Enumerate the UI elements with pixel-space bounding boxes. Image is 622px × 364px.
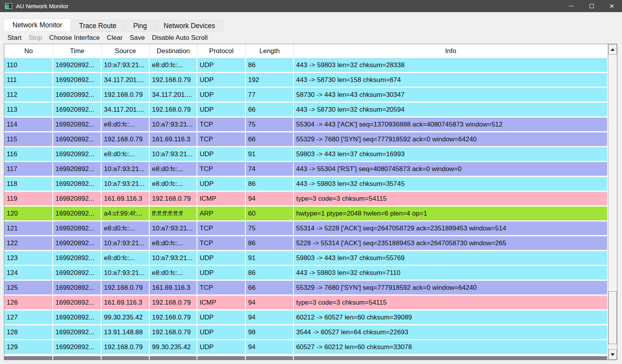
cell-no: 127: [4, 310, 53, 325]
partial-next-row: [4, 355, 608, 360]
cell-no: 125: [4, 281, 53, 296]
packet-row[interactable]: 128 169920892... 13.91.148.88 192.168.0.…: [4, 325, 608, 340]
column-header-source[interactable]: Source: [102, 44, 150, 58]
cell-info: 443 -> 59803 len=32 chksum=7110: [294, 266, 608, 281]
packet-row[interactable]: 110 169920892... 10:a7:93:21... e8:d0:fc…: [4, 58, 608, 73]
cell-source: 192.168.0.79: [102, 340, 150, 355]
window-controls: ✕: [561, 0, 622, 12]
maximize-button[interactable]: [581, 0, 602, 12]
cell-source: 161.69.116.3: [102, 192, 150, 207]
packet-row[interactable]: 126 169920892... 161.69.116.3 192.168.0.…: [4, 296, 608, 310]
cell-no: 122: [4, 236, 53, 251]
tab-network-devices[interactable]: Network Devices: [156, 20, 223, 32]
cell-no: 112: [4, 88, 53, 103]
cell-protocol: TCP: [197, 236, 246, 251]
cell-source: e8:d0:fc:...: [102, 221, 150, 236]
packet-row[interactable]: 122 169920892... 10:a7:93:21... e8:d0:fc…: [4, 236, 608, 251]
packet-row[interactable]: 115 169920892... 192.168.0.79 161.69.116…: [4, 132, 608, 147]
cell-info: 59803 -> 443 len=37 chksum=55769: [294, 251, 608, 266]
cell-time: 169920892...: [53, 236, 102, 251]
menu-start[interactable]: Start: [4, 34, 25, 42]
cell-info: type=3 code=3 chksum=54115: [294, 296, 608, 310]
cell-protocol: TCP: [197, 118, 246, 132]
cell-destination: 192.168.0.79: [150, 103, 197, 118]
menu-disable-auto-scroll[interactable]: Disable Auto Scroll: [148, 34, 211, 42]
cell-length: 94: [246, 310, 294, 325]
partial-cell: [53, 356, 102, 360]
menu-choose-interface[interactable]: Choose Interface: [46, 34, 103, 42]
cell-no: 121: [4, 221, 53, 236]
packet-row[interactable]: 127 169920892... 99.30.235.42 192.168.0.…: [4, 310, 608, 325]
cell-length: 86: [246, 177, 294, 192]
packet-row[interactable]: 116 169920892... e8:d0:fc:... 10:a7:93:2…: [4, 147, 608, 162]
cell-info: 443 -> 55304 ['RST'] seq=4080745873 ack=…: [294, 162, 608, 177]
cell-info: 55329 -> 7680 ['SYN'] seq=777918592 ack=…: [294, 281, 608, 296]
minimize-button[interactable]: [561, 0, 581, 12]
scroll-up-button[interactable]: [608, 44, 617, 55]
packet-row[interactable]: 114 169920892... e8:d0:fc:... 10:a7:93:2…: [4, 118, 608, 132]
cell-time: 169920892...: [53, 192, 102, 207]
column-header-no[interactable]: No: [4, 44, 53, 58]
cell-time: 169920892...: [53, 281, 102, 296]
partial-cell: [150, 356, 197, 360]
table-header-row: No Time Source Destination Protocol Leng…: [4, 44, 608, 58]
packet-row[interactable]: 120 169920892... a4:cf:99:4f:... ff:ff:f…: [4, 207, 608, 221]
cell-length: 75: [246, 221, 294, 236]
cell-info: 443 -> 59803 len=32 chksum=28338: [294, 58, 608, 73]
cell-info: 60527 -> 60212 len=60 chksum=33078: [294, 340, 608, 355]
cell-source: 10:a7:93:21...: [102, 162, 150, 177]
menu-save[interactable]: Save: [126, 34, 148, 42]
cell-protocol: UDP: [197, 325, 246, 340]
cell-protocol: ICMP: [197, 192, 246, 207]
partial-cell: [4, 356, 53, 360]
cell-time: 169920892...: [53, 221, 102, 236]
packet-row[interactable]: 121 169920892... e8:d0:fc:... 10:a7:93:2…: [4, 221, 608, 236]
packet-row[interactable]: 124 169920892... 10:a7:93:21... e8:d0:fc…: [4, 266, 608, 281]
scrollbar-thumb[interactable]: [608, 291, 617, 344]
menu-clear[interactable]: Clear: [103, 34, 126, 42]
cell-time: 169920892...: [53, 340, 102, 355]
scroll-down-button[interactable]: [608, 349, 617, 360]
packet-row[interactable]: 123 169920892... e8:d0:fc:... 10:a7:93:2…: [4, 251, 608, 266]
cell-time: 169920892...: [53, 118, 102, 132]
column-header-destination[interactable]: Destination: [150, 44, 197, 58]
cell-source: 10:a7:93:21...: [102, 58, 150, 73]
packet-row[interactable]: 112 169920892... 192.168.0.79 34.117.201…: [4, 88, 608, 103]
app-icon: [5, 3, 12, 9]
cell-time: 169920892...: [53, 207, 102, 221]
column-header-protocol[interactable]: Protocol: [197, 44, 246, 58]
packet-row[interactable]: 125 169920892... 192.168.0.79 161.69.116…: [4, 281, 608, 296]
cell-source: 161.69.116.3: [102, 296, 150, 310]
cell-protocol: TCP: [197, 281, 246, 296]
packet-table: No Time Source Destination Protocol Leng…: [4, 44, 617, 360]
column-header-info[interactable]: Info: [294, 44, 608, 58]
cell-destination: 161.69.116.3: [150, 132, 197, 147]
packet-row[interactable]: 118 169920892... 10:a7:93:21... e8:d0:fc…: [4, 177, 608, 192]
cell-length: 86: [246, 266, 294, 281]
partial-cell: [294, 356, 608, 360]
cell-source: 34.117.201....: [102, 103, 150, 118]
column-header-length[interactable]: Length: [246, 44, 294, 58]
packet-row[interactable]: 113 169920892... 34.117.201.... 192.168.…: [4, 103, 608, 118]
packet-row[interactable]: 119 169920892... 161.69.116.3 192.168.0.…: [4, 192, 608, 207]
cell-no: 120: [4, 207, 53, 221]
cell-source: 99.30.235.42: [102, 310, 150, 325]
tab-trace-route[interactable]: Trace Route: [71, 20, 125, 32]
cell-destination: 192.168.0.79: [150, 73, 197, 88]
cell-source: 13.91.148.88: [102, 325, 150, 340]
vertical-scrollbar[interactable]: [608, 44, 617, 360]
cell-length: 60: [246, 207, 294, 221]
cell-info: hwtype=1 ptype=2048 hwlen=6 plen=4 op=1: [294, 207, 608, 221]
cell-destination: 192.168.0.79: [150, 310, 197, 325]
tab-network-monitor[interactable]: Network Monitor: [4, 19, 71, 32]
packet-row[interactable]: 111 169920892... 34.117.201.... 192.168.…: [4, 73, 608, 88]
cell-info: 59803 -> 443 len=37 chksum=16993: [294, 147, 608, 162]
cell-info: 60212 -> 60527 len=60 chksum=39089: [294, 310, 608, 325]
menu-stop[interactable]: Stop: [25, 34, 46, 42]
packet-row[interactable]: 117 169920892... 10:a7:93:21... e8:d0:fc…: [4, 162, 608, 177]
column-header-time[interactable]: Time: [53, 44, 102, 58]
close-button[interactable]: ✕: [602, 0, 622, 12]
cell-info: 443 -> 59803 len=32 chksum=35745: [294, 177, 608, 192]
packet-row[interactable]: 129 169920892... 192.168.0.79 99.30.235.…: [4, 340, 608, 355]
tab-ping[interactable]: Ping: [125, 20, 156, 32]
